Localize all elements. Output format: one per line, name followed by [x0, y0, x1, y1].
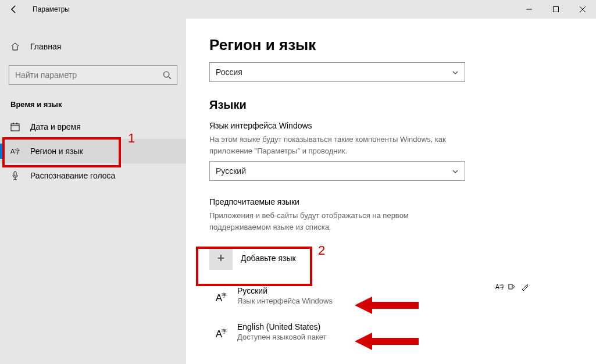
language-item-russian[interactable]: A字 Русский Язык интерфейса Windows A字: [209, 286, 465, 309]
category-title: Время и язык: [0, 85, 186, 115]
language-name: English (United States): [237, 322, 326, 331]
nav-speech[interactable]: Распознавание голоса: [0, 163, 186, 188]
svg-rect-2: [11, 124, 19, 131]
minimize-button[interactable]: [516, 0, 543, 19]
app-title: Параметры: [33, 5, 70, 13]
language-glyph-icon: A字: [209, 322, 233, 345]
country-dropdown[interactable]: Россия: [209, 62, 465, 82]
annotation-arrow-1: [355, 297, 419, 316]
display-lang-badge-icon: A字: [495, 283, 504, 292]
nav-region-language[interactable]: A字 Регион и язык: [0, 139, 186, 163]
close-button[interactable]: [569, 0, 596, 19]
country-selected: Россия: [216, 67, 242, 77]
sidebar: Главная Время и язык Дата и время A字 Рег…: [0, 19, 186, 364]
display-language-desc: На этом языке будут показываться такие к…: [209, 134, 465, 156]
chevron-down-icon: [452, 167, 459, 174]
language-item-english[interactable]: A字 English (United States) Доступен язык…: [209, 322, 465, 345]
search-icon: [157, 66, 177, 84]
svg-point-1: [163, 72, 169, 77]
nav-item-label: Дата и время: [30, 122, 81, 131]
search-box[interactable]: [9, 65, 177, 85]
annotation-label-1: 1: [128, 131, 135, 146]
language-icon: A字: [10, 147, 20, 156]
microphone-icon: [10, 171, 20, 180]
svg-text:A字: A字: [10, 148, 20, 155]
languages-section-title: Языки: [209, 98, 573, 112]
window-controls: [516, 0, 596, 19]
nav-date-time[interactable]: Дата и время: [0, 115, 186, 139]
home-icon: [10, 42, 20, 51]
chevron-down-icon: [452, 69, 459, 76]
add-language-button[interactable]: + Добавьте язык: [209, 243, 465, 273]
annotation-label-2: 2: [318, 243, 325, 258]
plus-icon: +: [209, 247, 233, 270]
svg-rect-6: [509, 284, 512, 289]
calendar-icon: [10, 122, 20, 131]
handwriting-badge-icon: [521, 283, 529, 292]
language-feature-badges: A字: [495, 283, 529, 292]
preferred-languages-title: Предпочитаемые языки: [209, 197, 573, 206]
search-input[interactable]: [9, 70, 157, 80]
home-nav[interactable]: Главная: [0, 35, 186, 58]
home-label: Главная: [30, 42, 61, 51]
language-name: Русский: [237, 286, 333, 295]
language-subtitle: Доступен языковой пакет: [237, 333, 326, 341]
display-language-dropdown[interactable]: Русский: [209, 161, 465, 181]
display-language-selected: Русский: [216, 166, 246, 176]
annotation-arrow-2: [355, 333, 419, 352]
nav-item-label: Регион и язык: [30, 147, 83, 156]
add-language-label: Добавьте язык: [241, 254, 296, 263]
language-glyph-icon: A字: [209, 286, 233, 309]
title-bar: Параметры: [0, 0, 596, 19]
svg-text:A字: A字: [495, 284, 504, 290]
svg-rect-0: [554, 7, 559, 12]
maximize-button[interactable]: [543, 0, 569, 19]
page-title: Регион и язык: [209, 36, 573, 54]
nav-item-label: Распознавание голоса: [30, 171, 115, 180]
back-button[interactable]: [0, 0, 28, 19]
svg-rect-4: [14, 172, 16, 176]
tts-badge-icon: [508, 283, 516, 292]
preferred-languages-desc: Приложения и веб-сайты будут отображатьс…: [209, 210, 465, 233]
display-language-title: Язык интерфейса Windows: [209, 121, 573, 130]
language-subtitle: Язык интерфейса Windows: [237, 297, 333, 305]
